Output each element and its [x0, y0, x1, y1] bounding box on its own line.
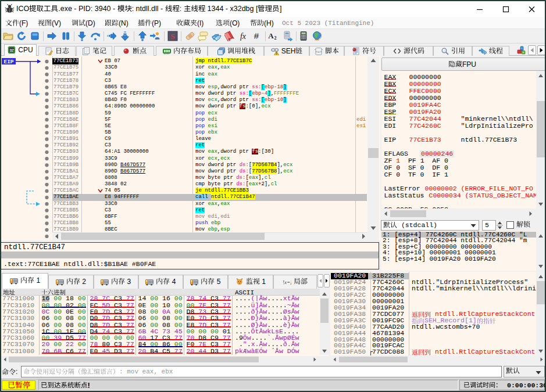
- svg-text:<o>: <o>: [316, 49, 322, 53]
- svg-text:S: S: [170, 32, 174, 41]
- svg-text:A: A: [268, 31, 274, 40]
- svg-text:2: 2: [274, 35, 277, 41]
- svg-text:#: #: [254, 31, 259, 41]
- svg-text:32: 32: [10, 48, 15, 52]
- svg-text:fx: fx: [240, 32, 247, 41]
- svg-text:[x=]: [x=]: [283, 279, 291, 285]
- svg-text:EIP: EIP: [3, 59, 13, 65]
- svg-text:!: !: [276, 52, 277, 55]
